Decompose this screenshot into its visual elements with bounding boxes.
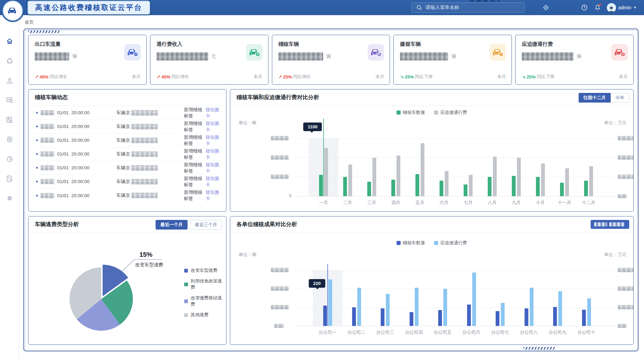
menu-search-input[interactable]: 请输入菜单名称 xyxy=(411,2,525,13)
bar-series-0[interactable] xyxy=(438,310,442,326)
bar-series-1[interactable] xyxy=(469,175,473,196)
bar-series-0[interactable] xyxy=(381,308,384,326)
redacted-axis-label xyxy=(618,305,634,309)
user-desk-icon[interactable] xyxy=(6,76,14,85)
bar-series-0[interactable] xyxy=(367,182,371,196)
bar-series-1[interactable] xyxy=(517,158,521,196)
bar-series-0[interactable] xyxy=(323,306,327,326)
bar-series-1[interactable] xyxy=(445,171,448,196)
bar-series-1[interactable] xyxy=(472,273,476,326)
period-label: 本月 xyxy=(375,74,384,80)
redacted-axis-label xyxy=(618,286,634,291)
bar-series-1[interactable] xyxy=(372,158,376,196)
legend-item[interactable]: 其他逃费 xyxy=(184,312,226,318)
home-icon[interactable] xyxy=(6,37,14,45)
frame-hatch-decoration xyxy=(524,347,555,350)
legend-item[interactable]: 改变缴费路径逃费 xyxy=(184,295,226,307)
user-menu[interactable]: admin ▼ xyxy=(607,3,636,12)
bar-series-0[interactable] xyxy=(440,181,443,196)
bar-series-1[interactable] xyxy=(493,157,497,196)
toggle-last-three-months[interactable]: 最近三个月 xyxy=(190,220,222,230)
clock-icon[interactable] xyxy=(581,4,588,11)
bar-chart-monthly: 0一月二月三月四月五月六月七月八月九月十月十一月十二月1100 xyxy=(230,89,633,211)
bar-series-1[interactable] xyxy=(348,164,352,196)
bar-series-1[interactable] xyxy=(541,163,545,196)
bar-series-0[interactable] xyxy=(560,183,564,196)
bar-series-1[interactable] xyxy=(386,294,390,326)
bar-series-0[interactable] xyxy=(343,177,347,196)
redacted-axis-label xyxy=(271,155,289,160)
chart-search-icon[interactable] xyxy=(6,96,14,104)
bar-series-1[interactable] xyxy=(357,288,361,326)
activity-vehicle: 车辆京 xyxy=(116,179,184,185)
bar-series-1[interactable] xyxy=(530,288,534,326)
bar-series-1[interactable] xyxy=(397,156,400,196)
bar-series-1[interactable] xyxy=(328,279,332,326)
bar-series-0[interactable] xyxy=(410,312,413,326)
activity-time: 01/01 20:00:00 xyxy=(57,138,89,143)
activity-action: 新增稽核标签疑似换卡 xyxy=(184,107,220,119)
bar-series-0[interactable] xyxy=(512,176,516,196)
bar-series-1[interactable] xyxy=(415,288,419,326)
bar-series-1[interactable] xyxy=(501,303,505,326)
bar-series-0[interactable] xyxy=(467,305,471,326)
settings-nut-icon[interactable] xyxy=(6,194,14,202)
bar-series-0[interactable] xyxy=(553,307,557,326)
bar-series-0[interactable] xyxy=(352,307,356,326)
tag-link[interactable]: 疑似换卡 xyxy=(205,148,220,160)
pie-clock-icon[interactable] xyxy=(6,155,14,163)
bar-series-0[interactable] xyxy=(464,184,467,196)
activity-row[interactable]: 01/01 20:00:00 车辆京 新增稽核标签疑似换卡 xyxy=(29,134,220,147)
tag-link[interactable]: 疑似换卡 xyxy=(205,134,220,147)
bar-series-1[interactable] xyxy=(421,143,424,196)
breadcrumb[interactable]: 首页 xyxy=(25,19,34,25)
id-card-search-icon[interactable] xyxy=(6,116,14,124)
bullet-dot xyxy=(36,167,38,169)
bar-series-0[interactable] xyxy=(319,175,323,196)
bar-series-0[interactable] xyxy=(488,177,492,196)
bar-series-0[interactable] xyxy=(525,308,528,326)
bar-series-1[interactable] xyxy=(589,166,593,196)
tag-link[interactable]: 疑似换卡 xyxy=(205,189,220,202)
activity-row[interactable]: 01/01 20:00:00 车辆京 新增稽核标签疑似换卡 xyxy=(29,120,220,134)
tag-link[interactable]: 疑似换卡 xyxy=(205,162,220,174)
hexagon-search-icon[interactable] xyxy=(6,135,14,144)
category-label: 一月 xyxy=(310,200,337,206)
bar-series-0[interactable] xyxy=(415,174,419,196)
activity-row[interactable]: 01/01 20:00:00 车辆京 新增稽核标签疑似换卡 xyxy=(29,161,220,175)
tag-link[interactable]: 疑似换卡 xyxy=(205,120,220,133)
activity-row[interactable]: 01/01 20:00:00 车辆京 新增稽核标签疑似换卡 xyxy=(29,106,220,120)
value-unit: 辆 xyxy=(577,53,581,60)
bell-icon[interactable] xyxy=(594,4,601,11)
activity-rows: 01/01 20:00:00 车辆京 新增稽核标签疑似换卡 01/01 20:0… xyxy=(29,106,226,202)
legend-item[interactable]: 利用优免政策逃费 xyxy=(184,278,226,290)
car-alert-icon: ¥ xyxy=(611,44,628,61)
activity-row[interactable]: 01/01 20:00:00 车辆京 新增稽核标签疑似换卡 xyxy=(29,175,220,189)
legend-item[interactable]: 改变车型逃费 xyxy=(184,267,226,274)
bar-series-0[interactable] xyxy=(496,311,499,326)
category-label: 七月 xyxy=(454,200,482,206)
bar-series-1[interactable] xyxy=(558,291,562,326)
bar-series-1[interactable] xyxy=(565,168,569,196)
bar-series-1[interactable] xyxy=(324,148,328,196)
tag-link[interactable]: 疑似换卡 xyxy=(205,176,220,188)
activity-action: 新增稽核标签疑似换卡 xyxy=(184,120,220,133)
toggle-last-month[interactable]: 最近一个月 xyxy=(156,220,188,230)
bar-series-1[interactable] xyxy=(587,298,591,326)
bar-series-0[interactable] xyxy=(582,310,586,326)
network-shield-icon[interactable] xyxy=(6,57,14,65)
trend-up-icon: ↗ xyxy=(278,74,282,79)
activity-row[interactable]: 01/01 20:00:00 车辆京 新增稽核标签疑似换卡 xyxy=(29,189,220,202)
bar-series-0[interactable] xyxy=(536,177,540,196)
sidebar: 信 xyxy=(0,15,19,361)
trend-indicator: ↗ 25%同比增长 xyxy=(278,74,311,80)
activity-row[interactable]: 01/01 20:00:00 车辆京 新增稽核标签疑似换卡 xyxy=(29,147,220,161)
pie-callout-percent: 15% xyxy=(139,251,152,258)
bar-series-0[interactable] xyxy=(391,180,395,196)
panel-monthly-compare-chart: 稽核车辆和应追缴通行费对比分析 往期十二月 今年 稽核车数量 应追缴通行费 单位… xyxy=(230,89,634,212)
document-message-icon[interactable]: 信 xyxy=(6,174,14,183)
bar-series-0[interactable] xyxy=(584,181,588,196)
app-logo xyxy=(3,1,23,21)
bar-series-1[interactable] xyxy=(443,289,447,326)
tag-link[interactable]: 疑似换卡 xyxy=(205,107,220,119)
